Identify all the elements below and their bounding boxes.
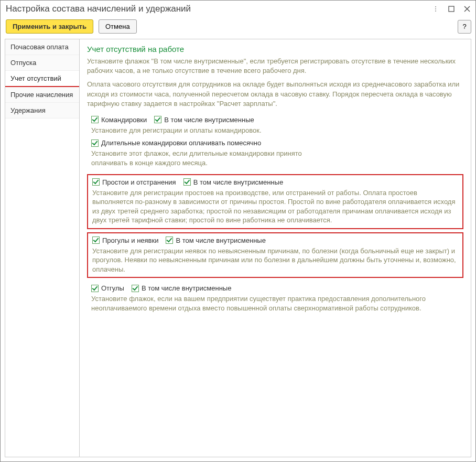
checkmark-icon (154, 116, 161, 123)
checkmark-icon (91, 139, 99, 147)
group-idle-suspension: Простои и отстранения В том числе внутри… (87, 174, 463, 229)
maximize-icon[interactable] (447, 5, 456, 13)
checkmark-icon (91, 285, 99, 292)
group-desc: Установите флажок, если на вашем предпри… (91, 294, 459, 313)
checkbox-label: В том числе внутрисменные (142, 284, 231, 292)
titlebar: Настройка состава начислений и удержаний (1, 1, 475, 17)
checkbox-absence-intrashift[interactable]: В том числе внутрисменные (166, 237, 265, 244)
checkbox-label: Длительные командировки оплачивать помес… (101, 139, 261, 147)
section-heading: Учет отсутствий на работе (87, 45, 463, 53)
checkbox-label: Отгулы (101, 284, 124, 292)
group-absence: Прогулы и неявки В том числе внутрисменн… (87, 232, 463, 278)
sidebar-item-hourly[interactable]: Почасовая оплата (5, 39, 79, 55)
titlebar-controls (431, 5, 471, 13)
checkmark-icon (166, 237, 173, 244)
group-desc: Установите для регистрации простоев на п… (92, 188, 458, 225)
checkbox-business-trips[interactable]: Командировки (91, 116, 147, 124)
intro-text-2: Оплата часового отсутствия для сотрудник… (87, 80, 463, 109)
checkbox-timeoff-intrashift[interactable]: В том числе внутрисменные (132, 284, 231, 292)
checkbox-label: Прогулы и неявки (102, 237, 158, 244)
checkbox-long-trips-monthly[interactable]: Длительные командировки оплачивать помес… (91, 139, 261, 147)
group-desc: Установите для регистрации неявок по нев… (92, 246, 458, 274)
group-desc: Установите для регистрации и оплаты кома… (91, 126, 459, 135)
checkbox-label: В том числе внутрисменные (193, 178, 283, 186)
sidebar-item-absence[interactable]: Учет отсутствий (5, 71, 79, 87)
checkmark-icon (132, 285, 139, 292)
checkbox-idle[interactable]: Простои и отстранения (92, 178, 176, 186)
checkmark-icon (92, 178, 100, 186)
cancel-button[interactable]: Отмена (99, 19, 137, 34)
svg-rect-0 (449, 6, 454, 12)
checkbox-label: Командировки (101, 116, 147, 124)
sidebar: Почасовая оплата Отпуска Учет отсутствий… (5, 39, 80, 457)
checkbox-label: В том числе внутрисменные (176, 237, 265, 244)
checkbox-label: В том числе внутрисменные (164, 116, 254, 124)
close-icon[interactable] (463, 5, 471, 13)
checkbox-timeoff[interactable]: Отгулы (91, 284, 124, 292)
sidebar-item-vacations[interactable]: Отпуска (5, 55, 79, 71)
checkmark-icon (183, 178, 191, 186)
toolbar: Применить и закрыть Отмена ? (1, 17, 475, 39)
checkbox-trips-intrashift[interactable]: В том числе внутрисменные (154, 116, 254, 124)
apply-and-close-button[interactable]: Применить и закрыть (6, 19, 93, 34)
checkbox-absence[interactable]: Прогулы и неявки (92, 237, 158, 244)
help-button[interactable]: ? (458, 20, 471, 34)
settings-window: Настройка состава начислений и удержаний… (0, 0, 476, 462)
group-business-trips: Командировки В том числе внутрисменные У… (87, 113, 463, 171)
window-title: Настройка состава начислений и удержаний (6, 4, 431, 14)
checkbox-label: Простои и отстранения (102, 178, 176, 186)
sidebar-item-deductions[interactable]: Удержания (5, 103, 79, 119)
content: Учет отсутствий на работе Установите фла… (80, 39, 471, 457)
checkbox-idle-intrashift[interactable]: В том числе внутрисменные (183, 178, 283, 186)
checkmark-icon (92, 237, 100, 244)
checkmark-icon (91, 116, 99, 123)
sidebar-item-other[interactable]: Прочие начисления (5, 87, 79, 103)
group-timeoff: Отгулы В том числе внутрисменные Установ… (87, 281, 463, 316)
more-icon[interactable] (431, 5, 440, 13)
intro-text-1: Установите флажок "В том числе внутрисме… (87, 57, 463, 76)
body: Почасовая оплата Отпуска Учет отсутствий… (5, 39, 471, 457)
group-desc-2: Установите этот флажок, если длительные … (91, 149, 311, 167)
